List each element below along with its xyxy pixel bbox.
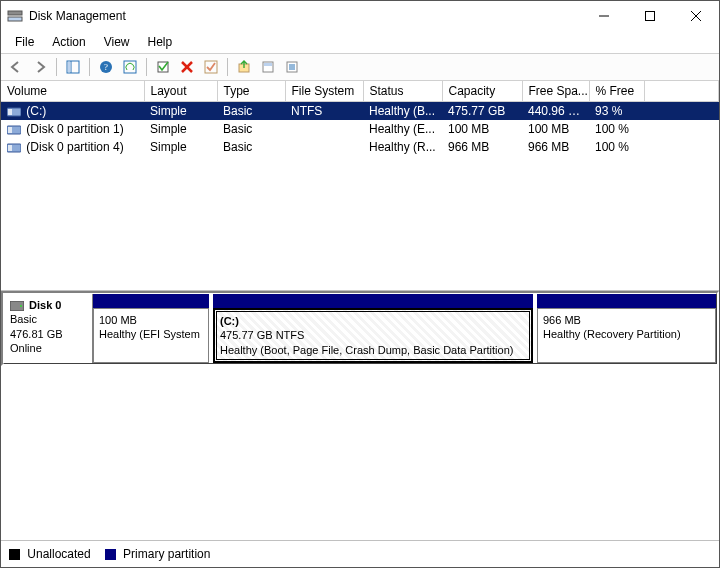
legend-primary-label: Primary partition: [123, 547, 210, 561]
volume-icon: [7, 107, 21, 117]
back-button[interactable]: [5, 56, 27, 78]
legend-primary: Primary partition: [105, 547, 211, 561]
disk-graphical-view: Disk 0 Basic 476.81 GB Online 100 MBHeal…: [1, 291, 719, 366]
legend-unallocated: Unallocated: [9, 547, 91, 561]
delete-button[interactable]: [176, 56, 198, 78]
disk-size-label: 476.81 GB: [10, 328, 63, 340]
legend: Unallocated Primary partition: [1, 540, 719, 567]
disk-icon: [10, 301, 24, 311]
col-free[interactable]: Free Spa...: [522, 81, 589, 102]
partition[interactable]: 966 MBHealthy (Recovery Partition): [537, 294, 716, 363]
table-row[interactable]: (Disk 0 partition 1)SimpleBasicHealthy (…: [1, 120, 719, 138]
disk-state-label: Online: [10, 342, 42, 354]
window-title: Disk Management: [29, 9, 126, 23]
svg-rect-18: [264, 63, 272, 66]
app-icon: [7, 8, 23, 24]
partition-box[interactable]: 966 MBHealthy (Recovery Partition): [537, 308, 716, 363]
partition-box[interactable]: 100 MBHealthy (EFI System: [93, 308, 209, 363]
toolbar-separator: [89, 58, 90, 76]
toolbar-separator: [56, 58, 57, 76]
forward-button[interactable]: [29, 56, 51, 78]
table-row[interactable]: (Disk 0 partition 4)SimpleBasicHealthy (…: [1, 138, 719, 156]
svg-rect-26: [8, 127, 12, 133]
svg-text:?: ?: [104, 62, 108, 72]
check-button[interactable]: [200, 56, 222, 78]
table-row[interactable]: (C:)SimpleBasicNTFSHealthy (B...475.77 G…: [1, 102, 719, 121]
partition[interactable]: 100 MBHealthy (EFI System: [93, 294, 209, 363]
menu-file[interactable]: File: [7, 33, 42, 51]
svg-point-30: [20, 305, 22, 307]
swatch-unallocated: [9, 549, 20, 560]
svg-rect-1: [8, 17, 22, 21]
col-type[interactable]: Type: [217, 81, 285, 102]
col-status[interactable]: Status: [363, 81, 442, 102]
disk-info[interactable]: Disk 0 Basic 476.81 GB Online: [4, 294, 93, 363]
disk-name-label: Disk 0: [29, 299, 61, 311]
list-button[interactable]: [281, 56, 303, 78]
titlebar-left: Disk Management: [7, 8, 126, 24]
col-filler: [644, 81, 719, 102]
partition-header: [93, 294, 209, 308]
svg-rect-28: [8, 145, 12, 151]
window: Disk Management File Action View Help ?: [0, 0, 720, 568]
maximize-button[interactable]: [627, 1, 673, 31]
close-button[interactable]: [673, 1, 719, 31]
svg-rect-0: [8, 11, 22, 15]
menu-view[interactable]: View: [96, 33, 138, 51]
col-capacity[interactable]: Capacity: [442, 81, 522, 102]
partition-header: [213, 294, 533, 308]
svg-rect-24: [8, 109, 12, 115]
new-up-button[interactable]: [233, 56, 255, 78]
titlebar: Disk Management: [1, 1, 719, 31]
toolbar-separator: [146, 58, 147, 76]
help-button[interactable]: ?: [95, 56, 117, 78]
legend-unallocated-label: Unallocated: [27, 547, 90, 561]
svg-rect-8: [68, 62, 71, 72]
partitions: 100 MBHealthy (EFI System(C:)475.77 GB N…: [93, 294, 716, 363]
minimize-button[interactable]: [581, 1, 627, 31]
col-volume[interactable]: Volume: [1, 81, 144, 102]
volume-list[interactable]: Volume Layout Type File System Status Ca…: [1, 81, 719, 291]
content: Volume Layout Type File System Status Ca…: [1, 81, 719, 567]
show-hide-console-tree-button[interactable]: [62, 56, 84, 78]
col-layout[interactable]: Layout: [144, 81, 217, 102]
col-pct[interactable]: % Free: [589, 81, 644, 102]
svg-rect-3: [646, 12, 655, 21]
settings-button[interactable]: [152, 56, 174, 78]
table-header-row: Volume Layout Type File System Status Ca…: [1, 81, 719, 102]
svg-rect-15: [205, 61, 217, 73]
toolbar: ?: [1, 53, 719, 81]
volume-icon: [7, 143, 21, 153]
menu-help[interactable]: Help: [140, 33, 181, 51]
properties-button[interactable]: [257, 56, 279, 78]
window-controls: [581, 1, 719, 31]
col-fs[interactable]: File System: [285, 81, 363, 102]
volume-icon: [7, 125, 21, 135]
partition-header: [537, 294, 716, 308]
toolbar-separator: [227, 58, 228, 76]
swatch-primary: [105, 549, 116, 560]
volume-table: Volume Layout Type File System Status Ca…: [1, 81, 719, 156]
refresh-button[interactable]: [119, 56, 141, 78]
partition-box[interactable]: (C:)475.77 GB NTFSHealthy (Boot, Page Fi…: [213, 308, 533, 363]
partition[interactable]: (C:)475.77 GB NTFSHealthy (Boot, Page Fi…: [213, 294, 533, 363]
menubar: File Action View Help: [1, 31, 719, 53]
menu-action[interactable]: Action: [44, 33, 93, 51]
disk-type-label: Basic: [10, 313, 37, 325]
